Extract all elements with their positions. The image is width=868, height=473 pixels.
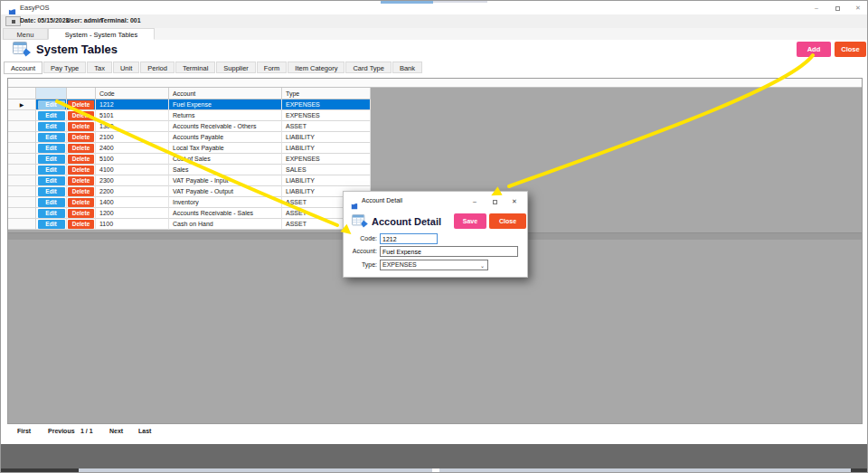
cell-type[interactable]: LIABILITY bbox=[282, 132, 371, 143]
edit-button[interactable]: Edit bbox=[38, 111, 65, 120]
pagination-last[interactable]: Last bbox=[138, 428, 151, 434]
tab-tax[interactable]: Tax bbox=[87, 61, 112, 73]
cell-account[interactable]: Returns bbox=[169, 110, 282, 121]
cell-account[interactable]: Accounts Payable bbox=[169, 132, 282, 143]
save-button[interactable]: Save bbox=[454, 213, 486, 229]
edit-button[interactable]: Edit bbox=[38, 198, 65, 207]
edit-button[interactable]: Edit bbox=[38, 133, 65, 142]
cell-type[interactable]: EXPENSES bbox=[282, 99, 371, 110]
tab-bank[interactable]: Bank bbox=[392, 61, 422, 73]
cell-type[interactable]: LIABILITY bbox=[282, 175, 371, 186]
row-selector-cell[interactable] bbox=[8, 197, 36, 208]
account-field[interactable] bbox=[380, 246, 518, 257]
row-selector-cell[interactable] bbox=[8, 165, 36, 175]
cell-code[interactable]: 1400 bbox=[96, 197, 169, 208]
cell-account[interactable]: Inventory bbox=[169, 197, 282, 208]
cell-code[interactable]: 2100 bbox=[96, 132, 169, 143]
edit-button[interactable]: Edit bbox=[38, 100, 65, 109]
row-selector-cell[interactable] bbox=[8, 186, 36, 197]
minimize-button[interactable]: – bbox=[807, 2, 826, 14]
tab-period[interactable]: Period bbox=[140, 61, 175, 73]
row-selector-cell[interactable] bbox=[8, 110, 36, 121]
row-selector-cell[interactable] bbox=[8, 208, 36, 219]
row-selector-cell[interactable]: ▶ bbox=[8, 99, 36, 110]
cell-code[interactable]: 2400 bbox=[96, 143, 169, 154]
edit-button[interactable]: Edit bbox=[38, 122, 65, 131]
cell-type[interactable]: LIABILITY bbox=[282, 143, 371, 154]
row-selector-cell[interactable] bbox=[8, 121, 36, 132]
delete-button[interactable]: Delete bbox=[68, 122, 94, 131]
header-edit[interactable] bbox=[36, 88, 67, 99]
cell-type[interactable]: EXPENSES bbox=[282, 110, 371, 121]
pagination-next[interactable]: Next bbox=[109, 428, 123, 434]
tab-form[interactable]: Form bbox=[257, 61, 288, 73]
delete-button[interactable]: Delete bbox=[68, 209, 94, 218]
cell-code[interactable]: 5100 bbox=[96, 154, 169, 165]
row-selector-cell[interactable] bbox=[8, 219, 36, 230]
row-selector-cell[interactable] bbox=[8, 132, 36, 143]
delete-button[interactable]: Delete bbox=[68, 187, 94, 196]
edit-button[interactable]: Edit bbox=[38, 144, 65, 153]
delete-button[interactable]: Delete bbox=[68, 100, 94, 109]
edit-button[interactable]: Edit bbox=[38, 187, 65, 196]
delete-button[interactable]: Delete bbox=[68, 155, 94, 164]
close-button[interactable]: Close bbox=[835, 42, 866, 57]
tab-terminal[interactable]: Terminal bbox=[175, 61, 215, 73]
cell-account[interactable]: Accounts Receivable - Others bbox=[169, 121, 282, 132]
row-selector-cell[interactable] bbox=[8, 143, 36, 154]
cell-account[interactable]: VAT Payable - Output bbox=[169, 186, 282, 197]
cell-code[interactable]: 2300 bbox=[96, 175, 169, 186]
cell-account[interactable]: Accounts Receivable - Sales bbox=[169, 208, 282, 219]
delete-button[interactable]: Delete bbox=[68, 176, 94, 185]
cell-code[interactable]: 4100 bbox=[96, 165, 169, 175]
code-field[interactable] bbox=[380, 233, 438, 244]
tab-supplier[interactable]: Supplier bbox=[216, 61, 256, 73]
dialog-close-action-button[interactable]: Close bbox=[489, 213, 526, 229]
header-account[interactable]: Account bbox=[169, 88, 282, 99]
maximize-button[interactable] bbox=[828, 2, 846, 14]
tab-unit[interactable]: Unit bbox=[113, 61, 139, 73]
tab-item-category[interactable]: Item Category bbox=[288, 61, 344, 73]
tab-system-system-tables[interactable]: System - System Tables bbox=[48, 28, 155, 40]
edit-button[interactable]: Edit bbox=[38, 176, 65, 185]
menu-toggle-button[interactable] bbox=[5, 16, 21, 26]
delete-button[interactable]: Delete bbox=[68, 166, 94, 175]
delete-button[interactable]: Delete bbox=[68, 144, 94, 153]
cell-code[interactable]: 1200 bbox=[96, 208, 169, 219]
edit-button[interactable]: Edit bbox=[38, 209, 65, 218]
delete-button[interactable]: Delete bbox=[68, 111, 94, 120]
dialog-minimize-button[interactable]: – bbox=[467, 195, 482, 207]
tab-account[interactable]: Account bbox=[4, 61, 42, 74]
header-type[interactable]: Type bbox=[282, 88, 371, 99]
delete-button[interactable]: Delete bbox=[68, 220, 94, 229]
cell-account[interactable]: Cash on Hand bbox=[169, 219, 282, 230]
cell-account[interactable]: Local Tax Payable bbox=[169, 143, 282, 154]
cell-code[interactable]: 1212 bbox=[96, 99, 169, 110]
cell-account[interactable]: VAT Payable - Input bbox=[169, 175, 282, 186]
edit-button[interactable]: Edit bbox=[38, 220, 65, 229]
cell-type[interactable]: SALES bbox=[282, 165, 371, 175]
row-selector-cell[interactable] bbox=[8, 175, 36, 186]
add-button[interactable]: Add bbox=[797, 42, 831, 57]
cell-code[interactable]: 2200 bbox=[96, 186, 169, 197]
cell-code[interactable]: 1300 bbox=[96, 121, 169, 132]
delete-button[interactable]: Delete bbox=[68, 133, 94, 142]
dialog-close-button[interactable]: ✕ bbox=[507, 195, 522, 207]
cell-account[interactable]: Sales bbox=[169, 165, 282, 175]
edit-button[interactable]: Edit bbox=[38, 155, 65, 164]
pagination-previous[interactable]: Previous bbox=[48, 428, 75, 434]
dialog-maximize-button[interactable] bbox=[487, 195, 502, 207]
cell-account[interactable]: Fuel Expense bbox=[169, 99, 282, 110]
close-window-button[interactable]: ✕ bbox=[849, 2, 867, 14]
header-delete[interactable] bbox=[67, 88, 96, 99]
row-selector-cell[interactable] bbox=[8, 154, 36, 165]
edit-button[interactable]: Edit bbox=[38, 166, 65, 175]
cell-type[interactable]: EXPENSES bbox=[282, 154, 371, 165]
cell-code[interactable]: 1100 bbox=[96, 219, 169, 230]
tab-card-type[interactable]: Card Type bbox=[345, 61, 391, 73]
header-code[interactable]: Code bbox=[96, 88, 169, 99]
tab-menu[interactable]: Menu bbox=[3, 28, 48, 40]
type-dropdown[interactable]: EXPENSES ⌄ bbox=[380, 260, 488, 270]
pagination-first[interactable]: First bbox=[17, 428, 31, 434]
delete-button[interactable]: Delete bbox=[68, 198, 94, 207]
